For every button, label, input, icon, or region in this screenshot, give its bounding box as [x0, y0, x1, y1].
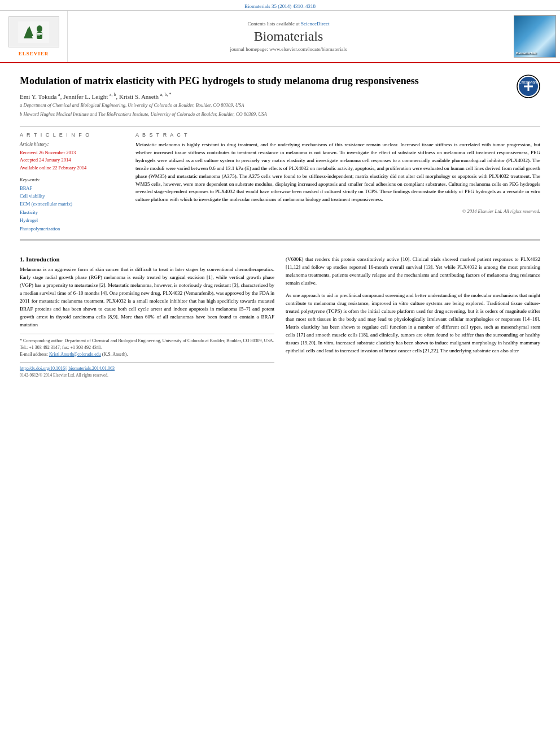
journal-header-center: Contents lists available at ScienceDirec… [68, 11, 509, 62]
svg-rect-6 [37, 34, 42, 35]
article-info-col: A R T I C L E I N F O Article history: R… [20, 132, 124, 233]
intro-heading: 1. Introduction [20, 256, 274, 263]
keyword-item: ECM (extracellular matrix) [20, 200, 124, 208]
elsevier-logo-box [8, 16, 59, 47]
abstract-col: A B S T R A C T Metastatic melanoma is h… [135, 132, 540, 233]
article-title: Modulation of matrix elasticity with PEG… [20, 75, 508, 88]
article-title-text: Modulation of matrix elasticity with PEG… [20, 75, 508, 120]
sciencedirect-line: Contents lists available at ScienceDirec… [248, 21, 330, 27]
email-name: (K.S. Anseth). [102, 352, 128, 357]
keywords-list: BRAFCell viabilityECM (extracellular mat… [20, 184, 124, 233]
homepage-text: journal homepage: www.elsevier.com/locat… [230, 46, 347, 52]
email-link[interactable]: Kristi.Anseth@colorado.edu [49, 352, 101, 357]
copyright-line: © 2014 Elsevier Ltd. All rights reserved… [135, 208, 540, 214]
intro-para1-text: Melanoma is an aggressive form of skin c… [20, 267, 274, 327]
journal-title: Biomaterials [254, 29, 323, 44]
elsevier-text: ELSEVIER [19, 51, 49, 56]
received-date: Received 26 November 2013 [20, 149, 124, 157]
page-container: Biomaterials 35 (2014) 4310–4318 [0, 0, 560, 387]
intro-right-col: (V600E) that renders this protein consti… [286, 256, 540, 378]
introduction-section: 1. Introduction Melanoma is an aggressiv… [20, 256, 540, 378]
journal-header: ELSEVIER Contents lists available at Sci… [0, 11, 560, 63]
email-label: E-mail address: [20, 352, 48, 357]
article-authors: Emi Y. Tokuda a, Jennifer L. Leight a, b… [20, 92, 508, 100]
intro-para2-text: (V600E) that renders this protein consti… [286, 256, 540, 286]
sciencedirect-link[interactable]: ScienceDirect [301, 21, 329, 27]
crossmark-icon: CrossMark [517, 75, 540, 98]
journal-thumbnail: Biomaterials [514, 15, 556, 58]
bottom-bar: http://dx.doi.org/10.1016/j.biomaterials… [20, 362, 274, 378]
footnote-section: * Corresponding author. Department of Ch… [20, 334, 274, 358]
thumb-label: Biomaterials [516, 51, 537, 55]
article-dates: Received 26 November 2013 Accepted 24 Ja… [20, 149, 124, 172]
intro-para2: (V600E) that renders this protein consti… [286, 256, 540, 287]
affiliation-b: b Howard Hughes Medical Institute and Th… [20, 111, 508, 118]
intro-para3: As one approach to aid in preclinical co… [286, 292, 540, 355]
journal-thumb-area: Biomaterials [509, 11, 560, 62]
crossmark-area[interactable]: CrossMark [517, 75, 540, 99]
thick-divider [20, 239, 540, 241]
doi-text: http://dx.doi.org/10.1016/j.biomaterials… [20, 365, 274, 372]
issn-text: 0142-9612/© 2014 Elsevier Ltd. All right… [20, 372, 274, 378]
keyword-item: Elasticity [20, 208, 124, 216]
article-title-section: Modulation of matrix elasticity with PEG… [20, 75, 540, 120]
svg-rect-7 [37, 36, 40, 36]
abstract-heading: A B S T R A C T [135, 132, 540, 138]
svg-rect-5 [37, 33, 42, 34]
abstract-text: Metastatic melanoma is highly resistant … [135, 141, 540, 204]
intro-para1: Melanoma is an aggressive form of skin c… [20, 266, 274, 329]
citation-text: Biomaterials 35 (2014) 4310–4318 [244, 3, 316, 9]
accepted-date: Accepted 24 January 2014 [20, 156, 124, 164]
doi-link[interactable]: http://dx.doi.org/10.1016/j.biomaterials… [20, 366, 115, 371]
contents-label: Contents lists available at [248, 21, 300, 27]
intro-para3-text: As one approach to aid in preclinical co… [286, 292, 540, 353]
available-date: Available online 22 February 2014 [20, 164, 124, 172]
keyword-item: BRAF [20, 184, 124, 192]
keyword-item: Hydrogel [20, 216, 124, 224]
article-content: Modulation of matrix elasticity with PEG… [0, 63, 560, 256]
journal-top-bar: Biomaterials 35 (2014) 4310–4318 [0, 0, 560, 11]
keyword-item: Photopolymerization [20, 225, 124, 233]
article-info-heading: A R T I C L E I N F O [20, 132, 124, 138]
authors-text: Emi Y. Tokuda a, Jennifer L. Leight a, b… [20, 93, 171, 100]
keyword-item: Cell viability [20, 192, 124, 200]
intro-left-col: 1. Introduction Melanoma is an aggressiv… [20, 256, 274, 378]
svg-point-3 [37, 25, 42, 32]
corresponding-author-note: * Corresponding author. Department of Ch… [20, 338, 274, 351]
svg-rect-0 [18, 21, 49, 43]
journal-homepage: journal homepage: www.elsevier.com/locat… [230, 46, 347, 52]
keywords-heading: Keywords: [20, 177, 124, 182]
article-history-label: Article history: [20, 141, 124, 147]
elsevier-logo-svg [18, 21, 49, 43]
publisher-logo-area: ELSEVIER [0, 11, 68, 62]
affiliation-a: a Department of Chemical and Biological … [20, 102, 508, 109]
article-info-abstract: A R T I C L E I N F O Article history: R… [20, 132, 540, 233]
body-content: 1. Introduction Melanoma is an aggressiv… [0, 256, 560, 387]
email-note: E-mail address: Kristi.Anseth@colorado.e… [20, 351, 274, 358]
section-divider-1 [20, 126, 540, 126]
